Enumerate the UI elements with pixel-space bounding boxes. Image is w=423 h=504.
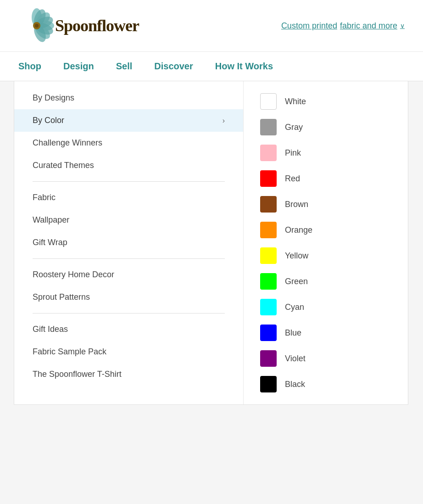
- color-swatch-orange: [260, 222, 277, 238]
- color-label-green: Green: [285, 277, 308, 286]
- menu-item-label: Wallpaper: [33, 215, 69, 225]
- color-swatch-black: [260, 376, 277, 392]
- menu-item-label: Fabric: [33, 193, 56, 202]
- menu-item-sprout[interactable]: Sprout Patterns: [14, 286, 243, 308]
- tagline-prefix: Custom printed: [281, 21, 337, 31]
- nav-item-discover[interactable]: Discover: [154, 52, 193, 81]
- menu-item-gift-ideas[interactable]: Gift Ideas: [14, 318, 243, 341]
- menu-divider-2: [33, 258, 225, 259]
- tagline-chevron-icon: ∨: [400, 22, 405, 29]
- menu-item-label: Sprout Patterns: [33, 292, 90, 302]
- nav-item-sell[interactable]: Sell: [116, 52, 133, 81]
- tagline-link[interactable]: fabric and more: [340, 21, 397, 31]
- menu-divider-3: [33, 313, 225, 314]
- color-item-orange[interactable]: Orange: [255, 217, 397, 243]
- logo-text: Spoonflower: [55, 16, 139, 35]
- menu-divider-1: [33, 181, 225, 182]
- color-label-yellow: Yellow: [285, 251, 308, 261]
- menu-item-curated-themes[interactable]: Curated Themes: [14, 154, 243, 177]
- color-swatch-pink: [260, 145, 277, 161]
- menu-item-by-designs[interactable]: By Designs: [14, 87, 243, 109]
- color-item-pink[interactable]: Pink: [255, 140, 397, 166]
- header: Spoonflower Custom printed fabric and mo…: [0, 0, 423, 52]
- color-label-blue: Blue: [285, 328, 301, 338]
- menu-item-label: Gift Ideas: [33, 325, 68, 334]
- menu-item-by-color[interactable]: By Color ›: [14, 109, 243, 132]
- color-panel: WhiteGrayPinkRedBrownOrangeYellowGreenCy…: [244, 81, 408, 404]
- menu-item-label: The Spoonflower T-Shirt: [33, 370, 122, 379]
- menu-item-label: By Color: [33, 116, 64, 125]
- logo-flower-icon: [18, 7, 55, 44]
- menu-item-fabric[interactable]: Fabric: [14, 186, 243, 209]
- header-tagline[interactable]: Custom printed fabric and more ∨: [281, 21, 405, 31]
- color-swatch-yellow: [260, 247, 277, 264]
- nav-item-design[interactable]: Design: [63, 52, 94, 81]
- menu-item-label: Fabric Sample Pack: [33, 347, 106, 357]
- color-label-violet: Violet: [285, 354, 306, 364]
- color-label-brown: Brown: [285, 200, 308, 209]
- menu-item-label: Gift Wrap: [33, 238, 67, 247]
- color-item-violet[interactable]: Violet: [255, 346, 397, 371]
- nav-item-shop[interactable]: Shop: [18, 52, 41, 81]
- color-item-white[interactable]: White: [255, 89, 397, 114]
- color-swatch-violet: [260, 350, 277, 367]
- color-swatch-blue: [260, 325, 277, 341]
- menu-item-wallpaper[interactable]: Wallpaper: [14, 209, 243, 231]
- color-item-black[interactable]: Black: [255, 371, 397, 397]
- color-swatch-cyan: [260, 299, 277, 315]
- color-label-pink: Pink: [285, 148, 301, 158]
- color-label-white: White: [285, 97, 306, 106]
- color-item-blue[interactable]: Blue: [255, 320, 397, 346]
- menu-item-roostery[interactable]: Roostery Home Decor: [14, 263, 243, 286]
- menu-item-label: By Designs: [33, 93, 74, 103]
- color-item-red[interactable]: Red: [255, 166, 397, 191]
- color-item-green[interactable]: Green: [255, 269, 397, 294]
- color-label-red: Red: [285, 174, 300, 184]
- color-item-yellow[interactable]: Yellow: [255, 243, 397, 269]
- nav-bar: Shop Design Sell Discover How It Works: [0, 52, 423, 81]
- menu-item-gift-wrap[interactable]: Gift Wrap: [14, 231, 243, 254]
- color-item-brown[interactable]: Brown: [255, 191, 397, 217]
- color-label-orange: Orange: [285, 225, 312, 235]
- menu-item-label: Curated Themes: [33, 161, 94, 170]
- color-item-gray[interactable]: Gray: [255, 114, 397, 140]
- menu-item-label: Challenge Winners: [33, 138, 102, 148]
- logo-area: Spoonflower: [18, 7, 139, 44]
- chevron-right-icon: ›: [223, 117, 225, 125]
- color-label-cyan: Cyan: [285, 302, 304, 312]
- shop-dropdown: By Designs By Color › Challenge Winners …: [14, 81, 408, 405]
- color-label-black: Black: [285, 380, 305, 389]
- menu-item-challenge-winners[interactable]: Challenge Winners: [14, 132, 243, 154]
- color-swatch-gray: [260, 119, 277, 135]
- menu-item-fabric-sample-pack[interactable]: Fabric Sample Pack: [14, 341, 243, 363]
- color-swatch-green: [260, 273, 277, 290]
- nav-item-how-it-works[interactable]: How It Works: [215, 52, 273, 81]
- color-swatch-brown: [260, 196, 277, 213]
- menu-item-tshirt[interactable]: The Spoonflower T-Shirt: [14, 363, 243, 386]
- menu-item-label: Roostery Home Decor: [33, 270, 114, 280]
- color-swatch-red: [260, 170, 277, 187]
- color-label-gray: Gray: [285, 123, 303, 132]
- left-menu-panel: By Designs By Color › Challenge Winners …: [14, 81, 244, 404]
- color-swatch-white: [260, 93, 277, 110]
- svg-point-9: [35, 24, 39, 28]
- color-item-cyan[interactable]: Cyan: [255, 294, 397, 320]
